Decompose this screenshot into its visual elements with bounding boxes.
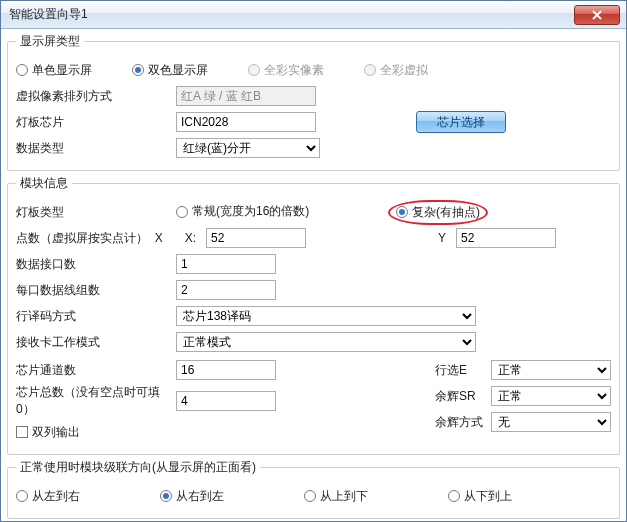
radio-mono[interactable]: 单色显示屏 [16, 62, 92, 79]
total-chips-input[interactable] [176, 391, 276, 411]
row-e-select[interactable]: 正常 [491, 360, 611, 380]
decode-select[interactable]: 芯片138译码 [176, 306, 476, 326]
group-display-legend: 显示屏类型 [16, 33, 84, 50]
points-x-input[interactable] [206, 228, 306, 248]
radio-virt: 全彩虚拟 [364, 62, 428, 79]
radio-bt[interactable]: 从下到上 [448, 488, 512, 505]
group-display-type: 显示屏类型 单色显示屏 双色显示屏 全彩实像素 全彩虚拟 虚拟像素排列方式 灯板… [7, 33, 620, 171]
afterglow-sr-label: 余辉SR [435, 388, 485, 405]
points-label: 点数（虚拟屏按实点计） X [16, 230, 176, 247]
radio-lr[interactable]: 从左到右 [16, 488, 80, 505]
afterglow-mode-select[interactable]: 无 [491, 412, 611, 432]
group-module-info: 模块信息 灯板类型 常规(宽度为16的倍数) 复杂(有抽点) 点数（虚拟屏按实点… [7, 175, 620, 455]
recv-mode-label: 接收卡工作模式 [16, 334, 176, 351]
dual-output-checkbox[interactable]: 双列输出 [16, 424, 80, 441]
lines-input[interactable] [176, 280, 276, 300]
radio-board-normal[interactable]: 常规(宽度为16的倍数) [176, 203, 309, 220]
data-type-label: 数据类型 [16, 140, 176, 157]
x-label: X: [176, 231, 196, 245]
chip-label: 灯板芯片 [16, 114, 176, 131]
port-count-input[interactable] [176, 254, 276, 274]
group-dir-legend: 正常使用时模块级联方向(从显示屏的正面看) [16, 459, 260, 476]
titlebar: 智能设置向导1 [1, 1, 626, 29]
row-e-label: 行选E [435, 362, 485, 379]
radio-board-complex[interactable]: 复杂(有抽点) [396, 204, 480, 221]
chip-input[interactable] [176, 112, 316, 132]
recv-mode-select[interactable]: 正常模式 [176, 332, 476, 352]
radio-tb[interactable]: 从上到下 [304, 488, 368, 505]
group-module-legend: 模块信息 [16, 175, 72, 192]
channels-input[interactable] [176, 360, 276, 380]
chip-select-button[interactable]: 芯片选择 [416, 111, 506, 133]
board-type-label: 灯板类型 [16, 204, 176, 221]
points-y-input[interactable] [456, 228, 556, 248]
virtual-arrange-label: 虚拟像素排列方式 [16, 88, 176, 105]
afterglow-mode-label: 余辉方式 [435, 414, 485, 431]
close-button[interactable] [574, 5, 620, 25]
port-count-label: 数据接口数 [16, 256, 176, 273]
radio-rl[interactable]: 从右到左 [160, 488, 224, 505]
virtual-arrange-select [176, 86, 316, 106]
radio-real: 全彩实像素 [248, 62, 324, 79]
total-chips-label: 芯片总数（没有空点时可填0） [16, 384, 176, 418]
radio-dual[interactable]: 双色显示屏 [132, 62, 208, 79]
afterglow-sr-select[interactable]: 正常 [491, 386, 611, 406]
group-cascade-direction: 正常使用时模块级联方向(从显示屏的正面看) 从左到右 从右到左 从上到下 从下到… [7, 459, 620, 519]
data-type-select[interactable]: 红绿(蓝)分开 [176, 138, 320, 158]
decode-label: 行译码方式 [16, 308, 176, 325]
window-title: 智能设置向导1 [9, 6, 88, 23]
close-icon [592, 10, 602, 20]
y-label: Y [426, 231, 446, 245]
channels-label: 芯片通道数 [16, 362, 176, 379]
lines-label: 每口数据线组数 [16, 282, 176, 299]
